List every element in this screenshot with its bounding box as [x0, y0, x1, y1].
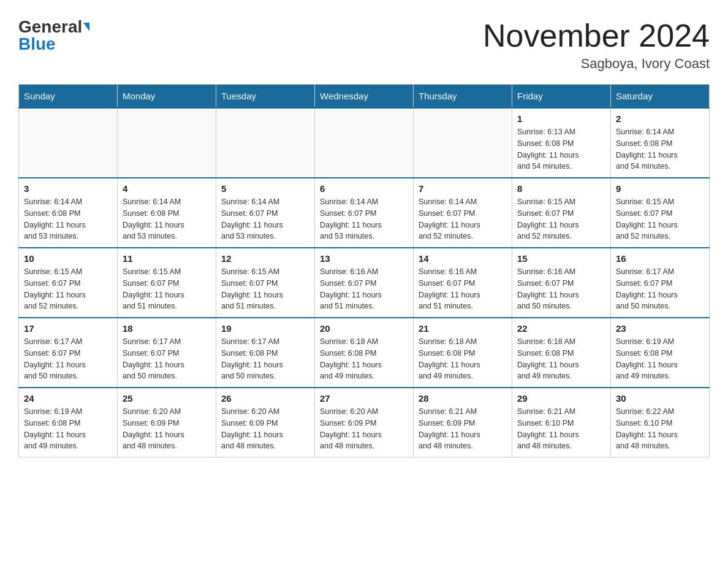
day-number: 10 [24, 253, 112, 264]
calendar-cell: 24Sunrise: 6:19 AMSunset: 6:08 PMDayligh… [19, 388, 118, 458]
calendar-cell: 4Sunrise: 6:14 AMSunset: 6:08 PMDaylight… [118, 178, 216, 248]
calendar-cell: 12Sunrise: 6:15 AMSunset: 6:07 PMDayligh… [216, 248, 315, 318]
month-title: November 2024 [483, 18, 710, 53]
day-info: Sunrise: 6:14 AMSunset: 6:08 PMDaylight:… [123, 196, 211, 242]
calendar-cell: 23Sunrise: 6:19 AMSunset: 6:08 PMDayligh… [611, 318, 710, 388]
calendar-cell: 25Sunrise: 6:20 AMSunset: 6:09 PMDayligh… [118, 388, 216, 458]
day-info: Sunrise: 6:16 AMSunset: 6:07 PMDaylight:… [419, 266, 507, 312]
calendar-header-tuesday: Tuesday [216, 85, 315, 109]
calendar-header-saturday: Saturday [611, 85, 710, 109]
calendar-cell [118, 108, 216, 178]
calendar-week-row: 24Sunrise: 6:19 AMSunset: 6:08 PMDayligh… [19, 388, 710, 458]
day-number: 13 [320, 253, 408, 264]
logo-general: General [18, 18, 82, 36]
calendar-cell [216, 108, 315, 178]
calendar-header-row: SundayMondayTuesdayWednesdayThursdayFrid… [19, 85, 710, 109]
day-info: Sunrise: 6:22 AMSunset: 6:10 PMDaylight:… [616, 406, 704, 452]
day-number: 7 [419, 183, 507, 194]
calendar-cell: 3Sunrise: 6:14 AMSunset: 6:08 PMDaylight… [19, 178, 118, 248]
calendar-header-thursday: Thursday [414, 85, 512, 109]
day-number: 29 [517, 393, 605, 404]
day-number: 20 [320, 323, 408, 334]
calendar-cell: 8Sunrise: 6:15 AMSunset: 6:07 PMDaylight… [512, 178, 611, 248]
day-info: Sunrise: 6:16 AMSunset: 6:07 PMDaylight:… [320, 266, 408, 312]
day-number: 14 [419, 253, 507, 264]
day-number: 17 [24, 323, 112, 334]
day-info: Sunrise: 6:17 AMSunset: 6:07 PMDaylight:… [24, 336, 112, 382]
day-number: 3 [24, 183, 112, 194]
calendar-cell [414, 108, 512, 178]
day-info: Sunrise: 6:14 AMSunset: 6:07 PMDaylight:… [320, 196, 408, 242]
day-info: Sunrise: 6:15 AMSunset: 6:07 PMDaylight:… [517, 196, 605, 242]
day-number: 11 [123, 253, 211, 264]
day-number: 27 [320, 393, 408, 404]
calendar-cell: 6Sunrise: 6:14 AMSunset: 6:07 PMDaylight… [315, 178, 414, 248]
title-area: November 2024 Sagboya, Ivory Coast [483, 18, 710, 72]
calendar-cell: 1Sunrise: 6:13 AMSunset: 6:08 PMDaylight… [512, 108, 611, 178]
day-info: Sunrise: 6:16 AMSunset: 6:07 PMDaylight:… [517, 266, 605, 312]
calendar-week-row: 17Sunrise: 6:17 AMSunset: 6:07 PMDayligh… [19, 318, 710, 388]
day-info: Sunrise: 6:14 AMSunset: 6:07 PMDaylight:… [221, 196, 309, 242]
day-info: Sunrise: 6:14 AMSunset: 6:07 PMDaylight:… [419, 196, 507, 242]
day-number: 24 [24, 393, 112, 404]
calendar-cell: 26Sunrise: 6:20 AMSunset: 6:09 PMDayligh… [216, 388, 315, 458]
day-info: Sunrise: 6:15 AMSunset: 6:07 PMDaylight:… [24, 266, 112, 312]
day-number: 12 [221, 253, 309, 264]
day-info: Sunrise: 6:19 AMSunset: 6:08 PMDaylight:… [24, 406, 112, 452]
calendar-cell: 27Sunrise: 6:20 AMSunset: 6:09 PMDayligh… [315, 388, 414, 458]
day-number: 22 [517, 323, 605, 334]
day-number: 23 [616, 323, 704, 334]
day-info: Sunrise: 6:21 AMSunset: 6:10 PMDaylight:… [517, 406, 605, 452]
day-number: 30 [616, 393, 704, 404]
day-number: 21 [419, 323, 507, 334]
calendar-week-row: 1Sunrise: 6:13 AMSunset: 6:08 PMDaylight… [19, 108, 710, 178]
day-info: Sunrise: 6:18 AMSunset: 6:08 PMDaylight:… [320, 336, 408, 382]
day-info: Sunrise: 6:20 AMSunset: 6:09 PMDaylight:… [221, 406, 309, 452]
calendar-cell: 15Sunrise: 6:16 AMSunset: 6:07 PMDayligh… [512, 248, 611, 318]
day-info: Sunrise: 6:13 AMSunset: 6:08 PMDaylight:… [517, 126, 605, 172]
day-number: 28 [419, 393, 507, 404]
calendar-cell: 7Sunrise: 6:14 AMSunset: 6:07 PMDaylight… [414, 178, 512, 248]
day-number: 26 [221, 393, 309, 404]
day-number: 15 [517, 253, 605, 264]
calendar-table: SundayMondayTuesdayWednesdayThursdayFrid… [18, 84, 710, 458]
calendar-cell: 20Sunrise: 6:18 AMSunset: 6:08 PMDayligh… [315, 318, 414, 388]
day-number: 8 [517, 183, 605, 194]
calendar-cell: 22Sunrise: 6:18 AMSunset: 6:08 PMDayligh… [512, 318, 611, 388]
day-number: 1 [517, 113, 605, 124]
calendar-cell: 5Sunrise: 6:14 AMSunset: 6:07 PMDaylight… [216, 178, 315, 248]
day-info: Sunrise: 6:17 AMSunset: 6:07 PMDaylight:… [123, 336, 211, 382]
day-number: 9 [616, 183, 704, 194]
calendar-cell: 16Sunrise: 6:17 AMSunset: 6:07 PMDayligh… [611, 248, 710, 318]
calendar-cell: 2Sunrise: 6:14 AMSunset: 6:08 PMDaylight… [611, 108, 710, 178]
day-number: 25 [123, 393, 211, 404]
day-number: 4 [123, 183, 211, 194]
calendar-header-monday: Monday [118, 85, 216, 109]
location: Sagboya, Ivory Coast [483, 56, 710, 72]
calendar-cell: 13Sunrise: 6:16 AMSunset: 6:07 PMDayligh… [315, 248, 414, 318]
day-info: Sunrise: 6:15 AMSunset: 6:07 PMDaylight:… [123, 266, 211, 312]
day-info: Sunrise: 6:17 AMSunset: 6:08 PMDaylight:… [221, 336, 309, 382]
day-info: Sunrise: 6:14 AMSunset: 6:08 PMDaylight:… [24, 196, 112, 242]
day-info: Sunrise: 6:14 AMSunset: 6:08 PMDaylight:… [616, 126, 704, 172]
calendar-cell: 9Sunrise: 6:15 AMSunset: 6:07 PMDaylight… [611, 178, 710, 248]
day-info: Sunrise: 6:18 AMSunset: 6:08 PMDaylight:… [419, 336, 507, 382]
logo: General Blue [18, 18, 89, 53]
calendar-cell: 19Sunrise: 6:17 AMSunset: 6:08 PMDayligh… [216, 318, 315, 388]
day-number: 18 [123, 323, 211, 334]
calendar-cell: 18Sunrise: 6:17 AMSunset: 6:07 PMDayligh… [118, 318, 216, 388]
day-info: Sunrise: 6:15 AMSunset: 6:07 PMDaylight:… [221, 266, 309, 312]
calendar-cell: 30Sunrise: 6:22 AMSunset: 6:10 PMDayligh… [611, 388, 710, 458]
calendar-cell: 11Sunrise: 6:15 AMSunset: 6:07 PMDayligh… [118, 248, 216, 318]
day-info: Sunrise: 6:19 AMSunset: 6:08 PMDaylight:… [616, 336, 704, 382]
day-number: 6 [320, 183, 408, 194]
calendar-cell [19, 108, 118, 178]
calendar-header-friday: Friday [512, 85, 611, 109]
calendar-cell: 10Sunrise: 6:15 AMSunset: 6:07 PMDayligh… [19, 248, 118, 318]
calendar-header-wednesday: Wednesday [315, 85, 414, 109]
logo-blue: Blue [18, 36, 56, 53]
day-info: Sunrise: 6:20 AMSunset: 6:09 PMDaylight:… [320, 406, 408, 452]
logo-triangle-icon [83, 23, 89, 31]
day-number: 16 [616, 253, 704, 264]
day-number: 5 [221, 183, 309, 194]
